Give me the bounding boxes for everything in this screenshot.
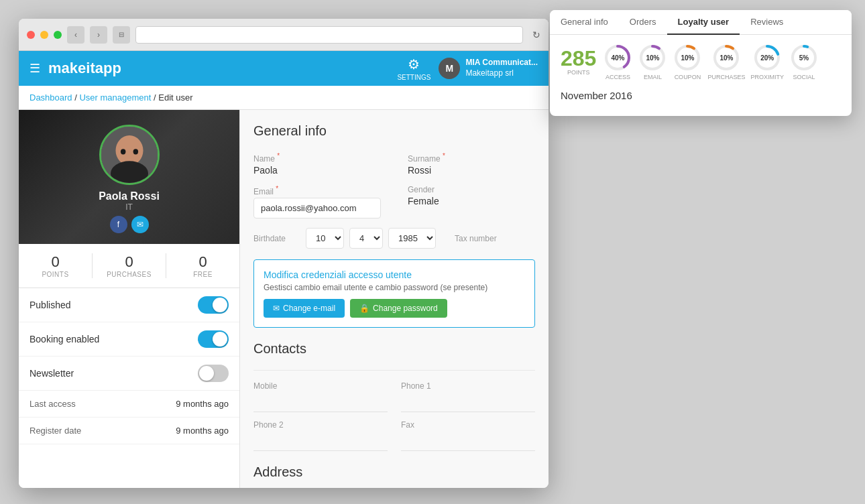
published-toggle[interactable]: [198, 296, 229, 314]
newsletter-toggle[interactable]: [198, 365, 229, 382]
minimize-dot[interactable]: [40, 31, 48, 39]
svg-point-5: [133, 149, 137, 154]
circle-stat-proximity: 20% PROXIMITY: [750, 43, 784, 80]
app-logo: makeitapp: [48, 60, 121, 77]
browser-chrome: ‹ › ⊟ ↻: [19, 19, 549, 51]
total-points: 285 POINTS: [561, 48, 596, 76]
facebook-icon[interactable]: f: [110, 216, 127, 233]
toggle-newsletter: Newsletter: [19, 357, 239, 391]
stat-free: 0 FREE: [166, 253, 239, 278]
user-sidebar: Paola Rossi IT f ✉ 0 POINTS 0 PURCHASES: [19, 110, 240, 488]
forward-button[interactable]: ›: [90, 26, 107, 44]
email-input[interactable]: [253, 198, 381, 218]
loyalty-content: 285 POINTS 40% ACCESS 10% EMAIL: [550, 35, 852, 116]
booking-label: Booking enabled: [30, 334, 99, 344]
name-label: Name *: [253, 152, 381, 164]
breadcrumb-user-management[interactable]: User management: [79, 92, 151, 103]
toggle-published: Published: [19, 288, 239, 322]
breadcrumb-edit-user: Edit user: [158, 92, 192, 103]
mobile-field: Mobile: [253, 381, 388, 412]
timeline-month: November 2016: [561, 90, 841, 101]
email-icon[interactable]: ✉: [131, 216, 149, 233]
loyalty-panel: General info Orders Loyalty user Reviews…: [550, 10, 852, 116]
close-dot[interactable]: [27, 31, 35, 39]
change-email-button[interactable]: ✉ Change e-mail: [264, 299, 345, 318]
phone2-input[interactable]: [253, 432, 388, 451]
points-label: POINTS: [42, 271, 68, 278]
back-button[interactable]: ‹: [67, 26, 84, 44]
fax-label: Fax: [401, 420, 535, 430]
circle-stat-purchases: 10% PURCHASES: [707, 43, 745, 80]
general-info-title: General info: [253, 123, 535, 139]
contacts-divider: [253, 370, 535, 371]
name-value: Paola: [253, 165, 381, 176]
avatar-image: [101, 127, 158, 183]
tab-loyalty-user[interactable]: Loyalty user: [667, 10, 740, 35]
breadcrumb: Dashboard / User management / Edit user: [19, 86, 549, 110]
svg-point-4: [120, 149, 125, 154]
tab-general-info[interactable]: General info: [550, 10, 619, 35]
phone1-field: Phone 1: [401, 381, 535, 412]
breadcrumb-dashboard[interactable]: Dashboard: [30, 92, 72, 103]
avatar: M: [439, 58, 460, 79]
app-header: ☰ makeitapp ⚙ SETTINGS M MIA Communicat.…: [19, 51, 549, 86]
phone2-field: Phone 2: [253, 420, 388, 451]
total-points-label: POINTS: [567, 69, 590, 76]
address-title: Address: [253, 464, 535, 480]
avatar-svg: [101, 125, 158, 185]
change-password-button[interactable]: 🔒 Change password: [350, 299, 447, 318]
phone1-input[interactable]: [401, 393, 535, 412]
profile-name: Paola Rossi: [99, 190, 160, 202]
fax-input[interactable]: [401, 432, 535, 451]
toggle-booking: Booking enabled: [19, 322, 239, 357]
profile-avatar: [99, 125, 160, 185]
published-label: Published: [30, 300, 71, 310]
circle-stat-access: 40% ACCESS: [603, 43, 632, 80]
birthdate-year-select[interactable]: 1985: [388, 228, 436, 249]
profile-locale: IT: [125, 202, 133, 212]
last-access-value: 9 months ago: [176, 399, 229, 409]
birthdate-month-select[interactable]: 4: [349, 228, 383, 249]
stat-purchases: 0 PURCHASES: [93, 253, 166, 278]
user-info: M MIA Communicat... Makeitapp srl: [439, 58, 538, 79]
circle-stats: 40% ACCESS 10% EMAIL 10% COUPON 10%: [603, 43, 819, 80]
free-value: 0: [198, 253, 207, 271]
header-right: ⚙ SETTINGS M MIA Communicat... Makeitapp…: [397, 56, 538, 81]
credentials-desc: Gestisci cambio email utente e cambio pa…: [264, 283, 525, 292]
settings-button[interactable]: ⚙ SETTINGS: [397, 56, 430, 81]
lock-icon: 🔒: [359, 304, 369, 313]
register-date-value: 9 months ago: [176, 426, 229, 436]
phone1-label: Phone 1: [401, 381, 535, 391]
points-value: 0: [51, 253, 59, 271]
email-btn-icon: ✉: [273, 304, 280, 313]
mobile-label: Mobile: [253, 381, 388, 391]
tab-reviews[interactable]: Reviews: [740, 10, 794, 35]
contacts-grid: Mobile Phone 1 Phone 2 Fax: [253, 381, 535, 451]
svg-point-1: [115, 135, 143, 166]
maximize-dot[interactable]: [54, 31, 62, 39]
loyalty-tabs: General info Orders Loyalty user Reviews: [550, 10, 852, 35]
booking-toggle[interactable]: [198, 330, 229, 348]
credentials-box: Modifica credenziali accesso utente Gest…: [253, 259, 535, 328]
url-bar[interactable]: [135, 26, 523, 44]
main-content: Paola Rossi IT f ✉ 0 POINTS 0 PURCHASES: [19, 110, 549, 488]
credentials-buttons: ✉ Change e-mail 🔒 Change password: [264, 299, 525, 318]
newsletter-label: Newsletter: [30, 368, 74, 379]
birthdate-label: Birthdate: [253, 234, 300, 243]
settings-label: SETTINGS: [397, 74, 430, 81]
points-summary: 285 POINTS 40% ACCESS 10% EMAIL: [561, 43, 841, 80]
register-date-row: Register date 9 months ago: [19, 418, 239, 444]
tab-orders[interactable]: Orders: [619, 10, 667, 35]
profile-section: Paola Rossi IT f ✉: [19, 110, 239, 244]
hamburger-icon[interactable]: ☰: [30, 61, 40, 76]
refresh-button[interactable]: ↻: [532, 29, 540, 40]
purchases-label: PURCHASES: [107, 271, 152, 278]
phone2-label: Phone 2: [253, 420, 388, 430]
gender-value: Female: [408, 196, 535, 206]
sidebar-button[interactable]: ⊟: [113, 26, 130, 44]
surname-label: Surname *: [408, 152, 535, 164]
profile-social-icons: f ✉: [110, 216, 149, 233]
mobile-input[interactable]: [253, 393, 388, 412]
birthdate-day-select[interactable]: 10: [306, 228, 344, 249]
fax-field: Fax: [401, 420, 535, 451]
